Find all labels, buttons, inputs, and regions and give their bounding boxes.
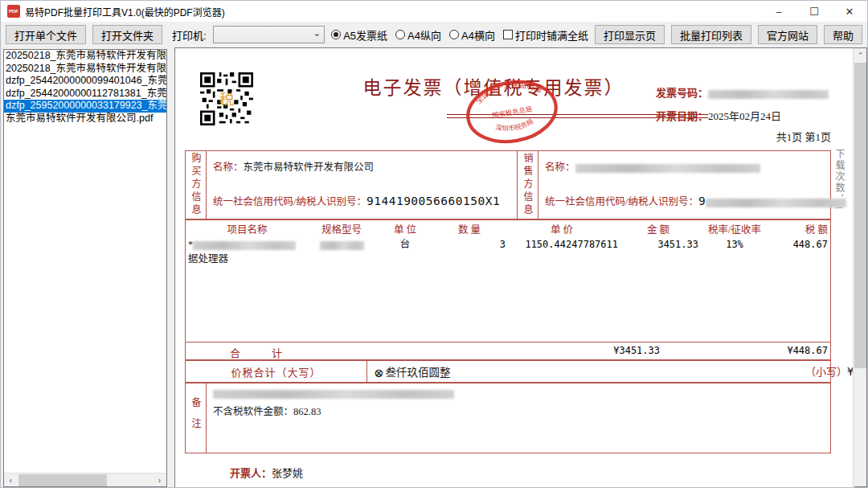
buyer-info: 名称：东莞市易特软件开发有限公司 统一社会信用代码/纳税人识别号：9144190… (207, 151, 517, 219)
svg-text:深圳市税务局: 深圳市税务局 (493, 117, 535, 135)
list-item[interactable]: 20250218_东莞市易特软件开发有限 (4, 63, 166, 76)
chevron-down-icon: ⌄ (313, 27, 321, 39)
fill-paper-checkbox-label: 打印时铺满全纸 (515, 27, 588, 43)
batch-print-list-button[interactable]: 批量打印列表 (671, 25, 751, 44)
radio-a5-label: A5发票纸 (343, 27, 387, 43)
list-item[interactable]: 东莞市易特软件开发有限公司.pdf (4, 113, 166, 125)
toolbar: 打开单个文件 打开文件夹 打印机: ⌄ A5发票纸 A4纵向 A4横向 打印时铺… (1, 22, 867, 47)
redacted-item-spec (320, 241, 364, 250)
titlebar: PDF 易特PDF批量打印工具V1.0(最快的PDF浏览器) – ☐ ✕ (1, 1, 867, 22)
radio-a4-landscape-icon (449, 30, 459, 39)
redacted-seller-taxid (706, 199, 846, 207)
tax-bureau-stamp: 全国统一发票监制章 国家税务总局 深圳市税务局 (463, 77, 561, 146)
issuer-line: 开票人：张梦姚 (230, 465, 303, 480)
page-info: 共1页 第1页 (690, 129, 831, 144)
svg-text:国家税务总局: 国家税务总局 (491, 105, 532, 120)
list-item-selected[interactable]: dzfp_25952000000033179923_东莞 (4, 100, 166, 113)
redacted-invoice-number (708, 90, 829, 99)
scroll-right-icon[interactable]: › (153, 474, 166, 487)
scroll-up-icon[interactable]: ⌃ (854, 48, 867, 62)
list-item[interactable]: dzfp_25442000000112781381_东莞 (4, 88, 166, 100)
table-total-row: 合 计 ¥3451.33 ¥448.67 (186, 342, 830, 359)
table-row: * 台 3 1150.44247787611 3451.33 13% 448.6… (186, 237, 830, 252)
paper-options: A5发票纸 A4纵向 A4横向 打印时铺满全纸 (331, 27, 588, 43)
invoice-page: 税 电子发票（增值税专用发票） 全国统一发票监制章 国家税务总局 深圳市税务局 … (175, 48, 854, 488)
remarks-box: 备注 不含税软件金额：862.83 (185, 383, 831, 453)
horizontal-scrollbar[interactable]: ‹ › (4, 473, 166, 486)
radio-a4-portrait[interactable]: A4纵向 (395, 27, 441, 43)
scroll-left-icon[interactable]: ‹ (4, 474, 18, 487)
table-row-continuation: 据处理器 (186, 252, 830, 266)
list-item[interactable]: 20250218_东莞市易特软件开发有限 (4, 50, 166, 63)
redacted-item-name (193, 241, 296, 250)
radio-a4-landscape-label: A4横向 (461, 27, 495, 43)
file-list-panel: 20250218_东莞市易特软件开发有限 20250218_东莞市易特软件开发有… (3, 49, 167, 487)
invoice-date-line: 开票日期：2025年02月24日 (656, 108, 781, 123)
radio-a5[interactable]: A5发票纸 (331, 27, 387, 43)
fill-paper-checkbox-icon (503, 30, 513, 39)
seller-info: 名称： 统一社会信用代码/纳税人识别号：9 (538, 151, 830, 219)
seller-section-label: 销售方信息 (518, 151, 538, 219)
invoice-number-line: 发票号码： (656, 84, 829, 100)
qr-code: 税 (200, 72, 253, 125)
banknote-icon: ⊗ (374, 367, 384, 379)
maximize-button[interactable]: ☐ (796, 1, 832, 22)
fill-paper-checkbox[interactable]: 打印时铺满全纸 (503, 27, 588, 43)
remarks-content: 不含税软件金额：862.83 (207, 383, 830, 453)
open-single-file-button[interactable]: 打开单个文件 (6, 25, 86, 44)
app-icon: PDF (7, 5, 20, 18)
window-title: 易特PDF批量打印工具V1.0(最快的PDF浏览器) (25, 5, 225, 18)
open-folder-button[interactable]: 打开文件夹 (92, 25, 162, 44)
radio-a5-icon (331, 30, 341, 39)
pdf-preview-pane: 税 电子发票（增值税专用发票） 全国统一发票监制章 国家税务总局 深圳市税务局 … (174, 47, 867, 487)
minimize-button[interactable]: – (761, 1, 796, 22)
radio-a4-landscape[interactable]: A4横向 (449, 27, 495, 43)
radio-a4-portrait-icon (395, 30, 405, 39)
window-controls: – ☐ ✕ (761, 1, 867, 22)
official-website-button[interactable]: 官方网站 (758, 25, 817, 44)
printer-select[interactable]: ⌄ (213, 26, 326, 43)
close-button[interactable]: ✕ (832, 1, 867, 22)
radio-a4-portrait-label: A4纵向 (407, 27, 441, 43)
qr-center-char: 税 (219, 92, 234, 108)
table-header-row: 项目名称 规格型号 单 位 数 量 单 价 金 额 税率/征收率 税 额 (186, 223, 830, 237)
buyer-section-label: 购买方信息 (186, 151, 207, 219)
list-item[interactable]: dzfp_25442000000099401046_东莞 (4, 75, 166, 88)
items-table: 项目名称 规格型号 单 位 数 量 单 价 金 额 税率/征收率 税 额 * 台… (185, 219, 831, 360)
scrollbar-thumb[interactable] (854, 63, 866, 368)
redacted-seller-name (575, 164, 760, 173)
vertical-scrollbar[interactable]: ⌃ (853, 48, 866, 486)
help-button[interactable]: 帮助 (824, 25, 862, 44)
scrollbar-thumb[interactable] (18, 474, 107, 486)
printer-label: 打印机: (172, 27, 207, 43)
print-current-page-button[interactable]: 打印显示页 (595, 25, 665, 44)
grand-total-row: 价税合计（大写） ⊗叁仟玖佰圆整 （小写）¥3900.00 (185, 360, 831, 383)
redacted-remark-line (213, 390, 454, 399)
remarks-section-label: 备注 (186, 383, 207, 453)
party-info-box: 购买方信息 名称：东莞市易特软件开发有限公司 统一社会信用代码/纳税人识别号：9… (185, 150, 831, 219)
